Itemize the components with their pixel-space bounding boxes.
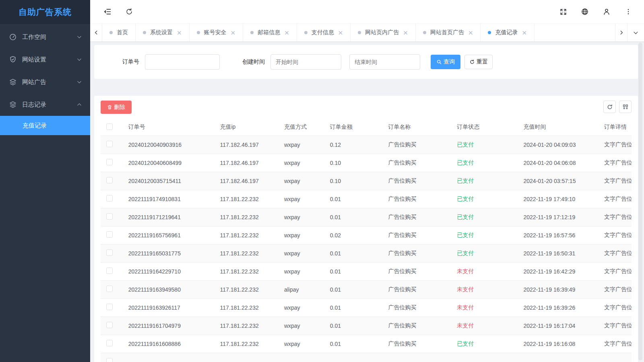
- tab-close-icon[interactable]: ✕: [231, 30, 236, 36]
- row-checkbox[interactable]: [106, 304, 113, 310]
- table-scroll-area[interactable]: 订单号充值ip充值方式订单金额订单名称订单状态充值时间订单详情操作 202401…: [101, 119, 632, 362]
- row-checkbox[interactable]: [106, 213, 113, 220]
- select-all-checkbox[interactable]: [106, 123, 113, 130]
- query-button[interactable]: 查询: [431, 55, 460, 69]
- chevron-down-icon: [76, 34, 82, 40]
- status-badge: 已支付: [457, 177, 474, 184]
- cell-status: 已支付: [451, 208, 518, 226]
- cell-time: 2024-01-20 04:06:08: [518, 154, 598, 172]
- cell-method: wxpay: [279, 190, 324, 208]
- tab-close-icon[interactable]: ✕: [468, 30, 473, 36]
- sidebar-item-0[interactable]: 工作空间: [0, 26, 90, 48]
- create-time-field-group: 创建时间: [242, 54, 420, 70]
- tab-3[interactable]: 邮箱信息✕: [243, 24, 297, 41]
- cell-name: 广告位购买: [382, 226, 451, 244]
- cell-time: 2022-11-19 16:39:49: [518, 280, 598, 298]
- column-settings-button[interactable]: [619, 101, 632, 113]
- row-checkbox[interactable]: [106, 159, 113, 165]
- tab-close-icon[interactable]: ✕: [338, 30, 343, 36]
- globe-icon[interactable]: [578, 5, 592, 19]
- tab-close-icon[interactable]: ✕: [403, 30, 408, 36]
- tab-6[interactable]: 网站首页广告✕: [416, 24, 481, 41]
- row-checkbox[interactable]: [106, 177, 113, 183]
- cell-amount: 0.01: [324, 317, 383, 335]
- row-checkbox[interactable]: [106, 231, 113, 238]
- cell-amount: 0.12: [324, 136, 383, 154]
- cell-amount: 0.01: [324, 190, 383, 208]
- cell-name: 广告位购买: [382, 262, 451, 280]
- fold-menu-icon[interactable]: [101, 5, 114, 19]
- table-refresh-button[interactable]: [603, 101, 616, 113]
- row-checkbox[interactable]: [106, 195, 113, 202]
- fullscreen-icon[interactable]: [556, 5, 570, 19]
- cell-name: 广告位购买: [382, 154, 451, 172]
- delete-button[interactable]: 删除: [101, 101, 132, 114]
- tab-close-icon[interactable]: ✕: [177, 30, 182, 36]
- cell-time: 2022-11-19 16:57:56: [518, 226, 598, 244]
- tabs-dropdown-button[interactable]: [627, 24, 644, 41]
- cell-detail: 文字广告位|word|...: [599, 317, 632, 335]
- tab-4[interactable]: 支付信息✕: [297, 24, 351, 41]
- app-window: 自助广告系统 工作空间网站设置网站广告日志记录 充值记录: [0, 0, 644, 362]
- tab-close-icon[interactable]: ✕: [284, 30, 289, 36]
- start-time-input[interactable]: [270, 54, 341, 70]
- table-body: 20240120040903916117.182.46.197wxpay0.12…: [101, 136, 632, 362]
- vertical-scrollbar[interactable]: [638, 43, 642, 360]
- cell-select: [101, 317, 123, 335]
- tab-5[interactable]: 网站页内广告✕: [351, 24, 416, 41]
- cell-time: 2024-01-20 04:09:03: [518, 136, 598, 154]
- cell-order-no: 20240120035715411: [123, 172, 215, 190]
- tabs-scroll-right-button[interactable]: [615, 24, 627, 41]
- sidebar-subitem-label: 充值记录: [23, 122, 47, 130]
- row-checkbox[interactable]: [106, 340, 113, 346]
- table-toolbar: 删除: [101, 101, 632, 119]
- tab-7[interactable]: 充值记录✕: [481, 24, 535, 41]
- tab-2[interactable]: 账号安全✕: [190, 24, 244, 41]
- cell-method: wxpay: [279, 136, 324, 154]
- cell-ip: 117.181.22.232: [214, 244, 278, 262]
- row-checkbox[interactable]: [106, 141, 113, 147]
- header-select-all: [101, 119, 123, 136]
- row-checkbox[interactable]: [106, 358, 113, 362]
- cell-time: 2022-11-19 17:49:10: [518, 190, 598, 208]
- app-logo: 自助广告系统: [0, 0, 90, 24]
- end-time-input[interactable]: [349, 54, 420, 70]
- order-no-input[interactable]: [145, 54, 220, 70]
- row-checkbox[interactable]: [106, 286, 113, 292]
- cell-method: wxpay: [279, 172, 324, 190]
- row-checkbox[interactable]: [106, 322, 113, 328]
- tab-0[interactable]: 首页: [102, 24, 136, 41]
- cell-method: wxpay: [279, 298, 324, 317]
- more-options-icon[interactable]: [621, 5, 635, 19]
- layers-icon: [9, 78, 17, 86]
- search-panel: 订单号 创建时间 查询: [94, 45, 638, 79]
- sidebar-item-3[interactable]: 日志记录: [0, 93, 90, 116]
- reset-button[interactable]: 重置: [464, 55, 493, 69]
- cell-select: [101, 280, 123, 298]
- user-icon[interactable]: [600, 5, 613, 19]
- create-time-label: 创建时间: [242, 58, 265, 66]
- row-checkbox[interactable]: [106, 267, 113, 274]
- cell-detail: 文字广告位|word|...: [599, 280, 632, 298]
- cell-detail: 文字广告位|word|...: [599, 208, 632, 226]
- tab-label: 账号安全: [204, 29, 227, 36]
- cell-ip: 117.182.46.197: [214, 172, 278, 190]
- cell-amount: 0.10: [324, 154, 383, 172]
- reset-refresh-icon: [469, 59, 475, 65]
- table-row: 20221119165756961117.181.22.232wxpay0.02…: [101, 226, 632, 244]
- sidebar-item-2[interactable]: 网站广告: [0, 71, 90, 93]
- cell-ip: 117.181.22.232: [214, 190, 278, 208]
- tab-1[interactable]: 系统设置✕: [136, 24, 190, 41]
- tabs-scroll-left-button[interactable]: [90, 24, 102, 41]
- cell-method: wxpay: [279, 154, 324, 172]
- table-row-partial: [101, 353, 632, 362]
- tab-close-icon[interactable]: ✕: [522, 30, 527, 36]
- cell-select: [101, 154, 123, 172]
- sidebar-subitem-recharge-records[interactable]: 充值记录: [0, 116, 90, 135]
- refresh-page-icon[interactable]: [122, 5, 136, 19]
- row-checkbox[interactable]: [106, 249, 113, 256]
- cell-status: 已支付: [451, 226, 518, 244]
- cell-order-no: 20221119164229710: [123, 262, 215, 280]
- trash-icon: [107, 105, 112, 110]
- sidebar-item-1[interactable]: 网站设置: [0, 48, 90, 71]
